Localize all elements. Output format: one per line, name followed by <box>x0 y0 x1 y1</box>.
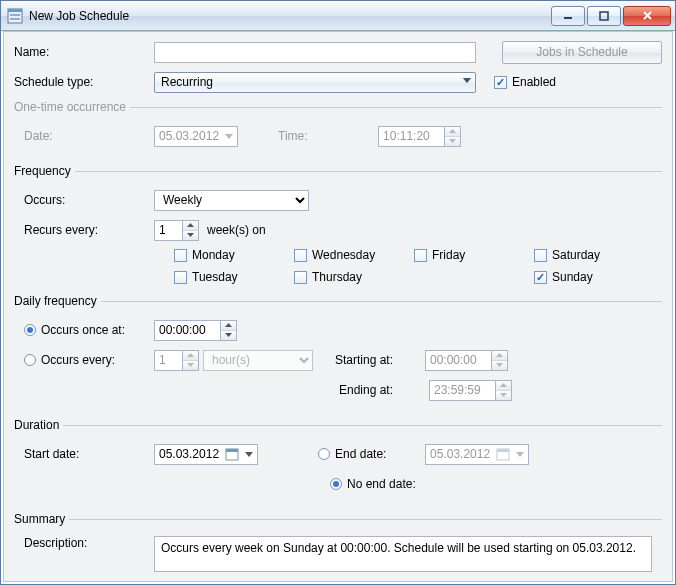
schedule-type-value: Recurring <box>161 75 213 89</box>
duration-legend: Duration <box>14 418 63 432</box>
friday-checkbox[interactable] <box>414 249 427 262</box>
start-date-picker[interactable]: 05.03.2012 <box>154 444 258 465</box>
svg-rect-3 <box>10 18 20 20</box>
svg-rect-4 <box>564 17 572 19</box>
starting-at-spinner <box>425 350 508 371</box>
chevron-down-icon <box>516 450 524 458</box>
spinner-up-icon <box>496 381 511 391</box>
occurs-every-radio[interactable] <box>24 354 36 366</box>
titlebar[interactable]: New Job Schedule <box>1 1 675 31</box>
recurs-every-spinner[interactable] <box>154 220 199 241</box>
chevron-down-icon <box>463 76 471 84</box>
schedule-type-label: Schedule type: <box>14 75 154 89</box>
one-time-group: One-time occurrence Date: 05.03.2012 Tim… <box>14 100 662 158</box>
maximize-button[interactable] <box>587 6 621 26</box>
spinner-down-icon <box>183 361 198 370</box>
no-end-date-radio[interactable] <box>330 478 342 490</box>
spinner-down-icon <box>496 391 511 400</box>
weekday-grid: Monday Wednesday Friday Saturday Tuesday… <box>174 248 662 284</box>
spinner-down-icon <box>492 361 507 370</box>
recurs-unit-label: week(s) on <box>207 223 266 237</box>
close-button[interactable] <box>623 6 671 26</box>
ending-at-label: Ending at: <box>339 383 429 397</box>
svg-rect-7 <box>226 449 238 452</box>
calendar-icon <box>225 447 239 461</box>
name-input[interactable] <box>154 42 476 63</box>
enabled-label: Enabled <box>512 75 556 89</box>
monday-checkbox[interactable] <box>174 249 187 262</box>
svg-rect-9 <box>497 449 509 452</box>
one-time-time-label: Time: <box>278 129 378 143</box>
spinner-down-icon[interactable] <box>221 331 236 340</box>
daily-frequency-legend: Daily frequency <box>14 294 101 308</box>
description-label: Description: <box>14 536 154 550</box>
chevron-down-icon <box>225 132 233 140</box>
one-time-date-label: Date: <box>14 129 154 143</box>
spinner-down-icon <box>445 137 460 146</box>
start-date-label: Start date: <box>14 447 154 461</box>
occurs-label: Occurs: <box>14 193 154 207</box>
window-title: New Job Schedule <box>29 9 549 23</box>
spinner-up-icon <box>183 351 198 361</box>
frequency-group: Frequency Occurs: Weekly Recurs every: w… <box>14 164 662 288</box>
summary-legend: Summary <box>14 512 69 526</box>
one-time-time-spinner <box>378 126 461 147</box>
recurs-every-label: Recurs every: <box>14 223 154 237</box>
end-date-label: End date: <box>335 447 425 461</box>
svg-rect-1 <box>8 9 22 12</box>
dialog-window: New Job Schedule Name: Jobs in Schedule … <box>0 0 676 585</box>
no-end-date-label: No end date: <box>347 477 416 491</box>
tuesday-checkbox[interactable] <box>174 271 187 284</box>
dialog-content: Name: Jobs in Schedule Schedule type: Re… <box>3 31 673 582</box>
app-icon <box>7 8 23 24</box>
starting-at-label: Starting at: <box>335 353 425 367</box>
ending-at-spinner <box>429 380 512 401</box>
thursday-checkbox[interactable] <box>294 271 307 284</box>
spinner-up-icon[interactable] <box>183 221 198 231</box>
end-date-radio[interactable] <box>318 448 330 460</box>
svg-rect-2 <box>10 14 20 16</box>
calendar-icon <box>496 447 510 461</box>
daily-frequency-group: Daily frequency Occurs once at: Occurs e… <box>14 294 662 412</box>
name-label: Name: <box>14 45 154 59</box>
chevron-down-icon <box>245 450 253 458</box>
spinner-up-icon[interactable] <box>221 321 236 331</box>
occurs-every-unit-select: hour(s) <box>203 350 313 371</box>
end-date-picker: 05.03.2012 <box>425 444 529 465</box>
svg-rect-5 <box>600 12 608 20</box>
frequency-legend: Frequency <box>14 164 75 178</box>
spinner-down-icon[interactable] <box>183 231 198 240</box>
occurs-select[interactable]: Weekly <box>154 190 309 211</box>
one-time-date-picker: 05.03.2012 <box>154 126 238 147</box>
sunday-checkbox[interactable] <box>534 271 547 284</box>
schedule-type-select[interactable]: Recurring <box>154 72 476 93</box>
one-time-legend: One-time occurrence <box>14 100 130 114</box>
wednesday-checkbox[interactable] <box>294 249 307 262</box>
saturday-checkbox[interactable] <box>534 249 547 262</box>
description-text[interactable]: Occurs every week on Sunday at 00:00:00.… <box>154 536 652 572</box>
occurs-once-radio[interactable] <box>24 324 36 336</box>
spinner-up-icon <box>492 351 507 361</box>
spinner-up-icon <box>445 127 460 137</box>
minimize-button[interactable] <box>551 6 585 26</box>
occurs-once-time-spinner[interactable] <box>154 320 237 341</box>
duration-group: Duration Start date: 05.03.2012 End date… <box>14 418 662 506</box>
jobs-in-schedule-button[interactable]: Jobs in Schedule <box>502 41 662 64</box>
summary-group: Summary Description: Occurs every week o… <box>14 512 662 582</box>
occurs-every-spinner <box>154 350 199 371</box>
enabled-checkbox[interactable] <box>494 76 507 89</box>
